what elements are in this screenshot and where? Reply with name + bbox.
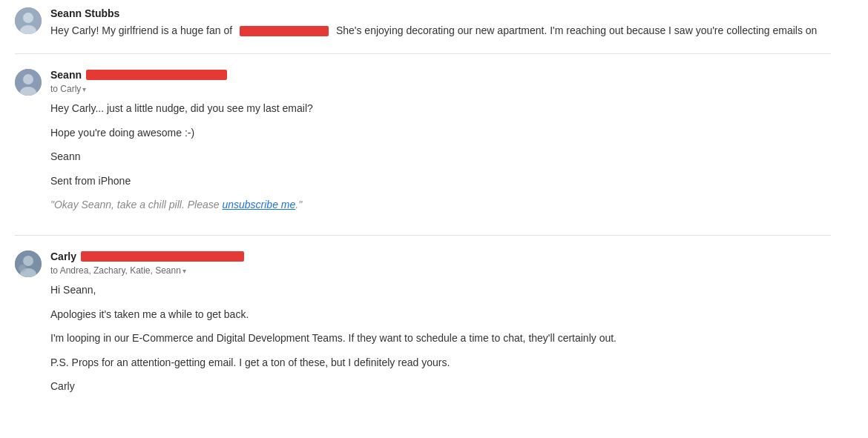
avatar-seann-stubbs bbox=[15, 7, 42, 34]
avatar-seann bbox=[15, 69, 42, 96]
svg-point-9 bbox=[19, 265, 26, 272]
email-3-header: Carly bbox=[50, 250, 831, 262]
svg-point-7 bbox=[23, 256, 33, 266]
email-thread: Seann Stubbs Hey Carly! My girlfriend is… bbox=[15, 7, 831, 417]
email-2-header: Seann bbox=[50, 69, 831, 81]
email-2-line-2: Hope you're doing awesome :-) bbox=[50, 125, 831, 141]
email-1-body: Hey Carly! My girlfriend is a huge fan o… bbox=[50, 22, 831, 39]
email-1-text-before: Hey Carly! My girlfriend is a huge fan o… bbox=[50, 24, 232, 36]
email-item-2: Seann to Carly ▾ Hey Carly... just a lit… bbox=[15, 69, 831, 236]
email-3-greeting: Hi Seann, bbox=[50, 282, 831, 298]
email-2-line-1: Hey Carly... just a little nudge, did yo… bbox=[50, 100, 831, 116]
email-item-1: Seann Stubbs Hey Carly! My girlfriend is… bbox=[15, 7, 831, 54]
sender-name-1: Seann Stubbs bbox=[50, 7, 119, 19]
email-2-content: Seann to Carly ▾ Hey Carly... just a lit… bbox=[50, 69, 831, 220]
redacted-block-3 bbox=[81, 251, 244, 262]
svg-point-4 bbox=[23, 74, 33, 84]
redacted-block-2 bbox=[86, 70, 227, 80]
email-3-to-line: to Andrea, Zachary, Katie, Seann ▾ bbox=[50, 265, 831, 276]
unsubscribe-link[interactable]: unsubscribe me bbox=[222, 199, 295, 210]
to-seann-name: Seann bbox=[155, 265, 181, 276]
avatar-carly bbox=[15, 250, 42, 277]
email-3-line-2: I'm looping in our E-Commerce and Digita… bbox=[50, 330, 831, 346]
email-3-line-3: P.S. Props for an attention-getting emai… bbox=[50, 354, 831, 371]
email-2-line-4: Sent from iPhone bbox=[50, 173, 831, 189]
email-3-content: Carly to Andrea, Zachary, Katie, Seann ▾… bbox=[50, 250, 831, 402]
sender-name-3: Carly bbox=[50, 250, 76, 262]
to-dropdown-arrow-3[interactable]: ▾ bbox=[183, 267, 186, 275]
email-1-content: Seann Stubbs Hey Carly! My girlfriend is… bbox=[50, 7, 831, 39]
to-dropdown-arrow[interactable]: ▾ bbox=[82, 85, 86, 93]
email-2-line-3: Seann bbox=[50, 148, 831, 165]
sender-name-2: Seann bbox=[50, 69, 82, 81]
to-carly-label: to Carly bbox=[50, 84, 81, 94]
email-1-header: Seann Stubbs bbox=[50, 7, 831, 19]
email-2-body: Hey Carly... just a little nudge, did yo… bbox=[50, 100, 831, 213]
email-1-text-after: She's enjoying decorating our new apartm… bbox=[336, 24, 818, 36]
redacted-block-1 bbox=[240, 26, 329, 36]
to-recipients-label: to Andrea, Zachary, Katie, Seann bbox=[50, 265, 181, 276]
email-3-line-1: Apologies it's taken me a while to get b… bbox=[50, 306, 831, 322]
email-3-sign-off: Carly bbox=[50, 378, 831, 394]
email-item-3: Carly to Andrea, Zachary, Katie, Seann ▾… bbox=[15, 250, 831, 417]
email-2-quoted: "Okay Seann, take a chill pill. Please u… bbox=[50, 196, 831, 213]
svg-point-1 bbox=[23, 13, 33, 23]
email-2-to-line: to Carly ▾ bbox=[50, 84, 831, 94]
email-3-body: Hi Seann, Apologies it's taken me a whil… bbox=[50, 282, 831, 394]
